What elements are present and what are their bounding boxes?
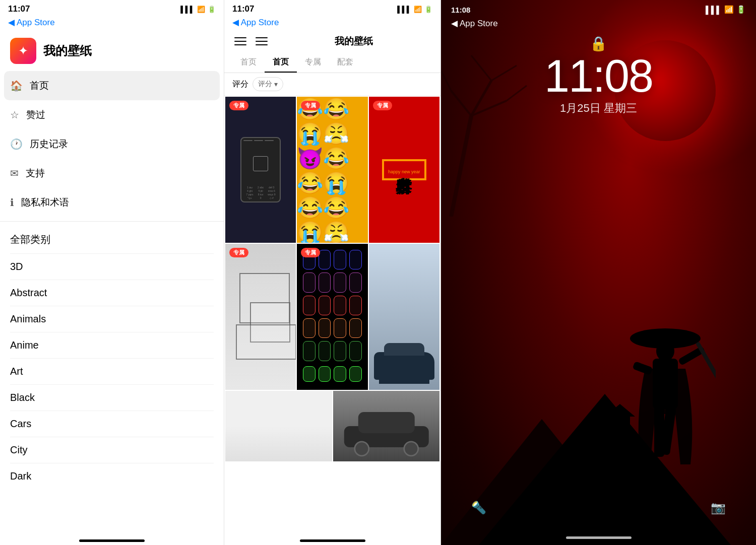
lock-home-indicator bbox=[566, 536, 632, 539]
category-black[interactable]: Black bbox=[10, 385, 214, 411]
svg-line-18 bbox=[507, 86, 527, 101]
mid-back-chevron: ◀ App Store bbox=[232, 18, 279, 27]
wallpaper-grid-icons[interactable]: 专属 bbox=[297, 244, 367, 390]
category-list: 全部类别 3D Abstract Animals Anime Art Black… bbox=[0, 226, 224, 530]
filter-value: 评分 bbox=[258, 80, 272, 89]
wallpaper-white-car[interactable] bbox=[225, 391, 332, 461]
lock-status-bar: 11:08 ▌▌▌ 📶 🔋 bbox=[441, 0, 756, 16]
nav-label-privacy: 隐私和术语 bbox=[21, 196, 69, 209]
svg-point-2 bbox=[354, 442, 368, 456]
lock-status-icons: ▌▌▌ 📶 🔋 bbox=[706, 5, 746, 14]
nav-label-history: 历史记录 bbox=[30, 138, 68, 151]
mid-app-store-back[interactable]: ◀ App Store bbox=[224, 16, 440, 31]
hamburger-line-3 bbox=[234, 44, 246, 45]
chinese-ny-bg: 恭喜发财 happy new year bbox=[369, 97, 439, 243]
glass-box-3 bbox=[236, 324, 296, 360]
tab-homepage-1[interactable]: 首页 bbox=[232, 53, 265, 73]
category-animals[interactable]: Animals bbox=[10, 306, 214, 332]
nav-item-support[interactable]: ✉ 支持 bbox=[0, 159, 224, 188]
nav-label-liked: 赞过 bbox=[26, 108, 45, 121]
nav-item-privacy[interactable]: ℹ 隐私和术语 bbox=[0, 188, 224, 217]
lock-signal-icon: ▌▌▌ bbox=[706, 6, 722, 14]
left-app-store-back[interactable]: ◀ App Store bbox=[0, 16, 224, 32]
wallpaper-grid: 专属 1 αω2 abcdef 3 4 ghi5 jklmno 6 7 pqrs… bbox=[224, 96, 440, 530]
nav-item-history[interactable]: 🕐 历史记录 bbox=[0, 129, 224, 159]
wallpaper-chinese-ny[interactable]: 专属 恭喜发财 happy new year bbox=[369, 97, 439, 243]
category-dark[interactable]: Dark bbox=[10, 463, 214, 489]
phone-nums: 1 αω2 abcdef 3 4 ghi5 jklmno 6 7 pqrs8 t… bbox=[241, 184, 280, 201]
lock-wifi-icon: 📶 bbox=[724, 5, 734, 14]
nav-label-support: 支持 bbox=[26, 167, 45, 180]
hamburger-menu-button[interactable] bbox=[232, 35, 248, 47]
lock-app-store-back[interactable]: ◀ App Store bbox=[451, 18, 498, 29]
tab-matching[interactable]: 配套 bbox=[329, 53, 361, 73]
padlock-icon: 🔒 bbox=[590, 36, 607, 51]
lock-bottom-controls: 🔦 📷 bbox=[441, 501, 756, 515]
hamburger-line2-1 bbox=[256, 37, 268, 38]
svg-line-19 bbox=[441, 71, 451, 91]
premium-badge-1: 专属 bbox=[229, 101, 248, 110]
emoji-bg: 😂😂😭😤😈😂😂😭😂😂😭😤 bbox=[297, 97, 367, 243]
battery-icon: 🔋 bbox=[208, 6, 216, 13]
category-all[interactable]: 全部类别 bbox=[10, 226, 214, 254]
cn-sub: happy new year bbox=[388, 169, 420, 174]
app-icon: ✦ bbox=[10, 38, 36, 64]
lock-icon: 🔒 bbox=[590, 35, 607, 52]
premium-badge-4: 专属 bbox=[229, 248, 248, 257]
mid-status-time: 11:07 bbox=[232, 4, 254, 14]
app-header: ✦ 我的壁纸 bbox=[0, 32, 224, 71]
svg-rect-1 bbox=[358, 412, 414, 433]
svg-line-12 bbox=[451, 116, 471, 217]
wallpaper-phone-dark[interactable]: 专属 1 αω2 abcdef 3 4 ghi5 jklmno 6 7 pqrs… bbox=[225, 97, 296, 243]
left-home-indicator bbox=[0, 530, 224, 545]
svg-rect-9 bbox=[696, 342, 716, 387]
hamburger-line-1 bbox=[234, 37, 246, 38]
tab-bar: 首页 首页 专属 配套 bbox=[224, 50, 440, 73]
nav-item-home[interactable]: 🏠 首页 bbox=[4, 71, 220, 100]
nav-item-liked[interactable]: ☆ 赞过 bbox=[0, 100, 224, 129]
wallpaper-glass-boxes[interactable]: 专属 bbox=[225, 244, 296, 390]
camera-icon[interactable]: 📷 bbox=[711, 501, 726, 515]
chevron-down-icon: ▾ bbox=[274, 80, 278, 88]
hamburger-line-2 bbox=[234, 41, 246, 42]
wallpaper-emoji[interactable]: 专属 😂😂😭😤😈😂😂😭😂😂😭😤 bbox=[297, 97, 367, 243]
clock-icon: 🕐 bbox=[10, 138, 23, 150]
filter-dropdown-button[interactable]: 评分 ▾ bbox=[253, 77, 283, 91]
phone-screen: 1 αω2 abcdef 3 4 ghi5 jklmno 6 7 pqrs8 t… bbox=[240, 137, 281, 202]
wallpaper-bmw[interactable] bbox=[369, 244, 439, 390]
category-city[interactable]: City bbox=[10, 437, 214, 463]
torch-icon[interactable]: 🔦 bbox=[471, 501, 486, 515]
premium-badge-3: 专属 bbox=[373, 101, 392, 110]
category-abstract[interactable]: Abstract bbox=[10, 280, 214, 306]
screen-rect bbox=[253, 156, 268, 171]
app-icon-symbol: ✦ bbox=[18, 44, 28, 58]
hamburger-line2-3 bbox=[256, 44, 268, 45]
mid-home-bar bbox=[300, 539, 365, 542]
glass-boxes-bg bbox=[225, 244, 296, 390]
hamburger-menu-button-2[interactable] bbox=[254, 35, 270, 47]
mid-title: 我的壁纸 bbox=[275, 35, 432, 48]
lock-date: 1月25日 星期三 bbox=[560, 101, 637, 116]
tab-homepage-2[interactable]: 首页 bbox=[265, 53, 297, 73]
star-icon: ☆ bbox=[10, 109, 19, 121]
grid-icons-bg bbox=[297, 244, 367, 390]
mid-battery-icon: 🔋 bbox=[424, 6, 432, 13]
mid-home-indicator bbox=[224, 530, 440, 545]
middle-panel: 11:07 ▌▌▌ 📶 🔋 ◀ App Store 我的壁纸 首页 首页 专属 … bbox=[224, 0, 441, 545]
info-icon: ℹ bbox=[10, 196, 14, 209]
mid-status-icons: ▌▌▌ 📶 🔋 bbox=[397, 6, 432, 13]
wallpaper-dark-car[interactable] bbox=[333, 391, 440, 461]
mid-signal-icon: ▌▌▌ bbox=[397, 6, 411, 13]
filter-bar: 评分 评分 ▾ bbox=[224, 73, 440, 96]
category-cars[interactable]: Cars bbox=[10, 411, 214, 437]
phone-top bbox=[241, 138, 280, 143]
category-anime[interactable]: Anime bbox=[10, 332, 214, 359]
category-3d[interactable]: 3D bbox=[10, 254, 214, 280]
category-art[interactable]: Art bbox=[10, 359, 214, 385]
mid-wifi-icon: 📶 bbox=[414, 6, 422, 13]
lock-time: 11:08 bbox=[544, 50, 653, 102]
lock-battery-icon: 🔋 bbox=[736, 5, 746, 14]
dark-car-bg bbox=[333, 391, 440, 461]
white-car-bg bbox=[225, 391, 332, 461]
tab-exclusive[interactable]: 专属 bbox=[297, 53, 329, 73]
